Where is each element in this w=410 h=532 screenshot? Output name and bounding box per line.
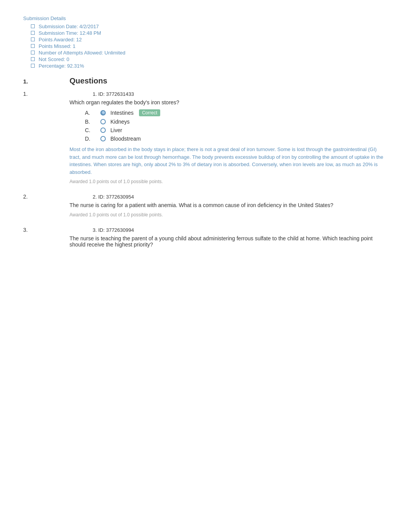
question-number: 2. — [23, 194, 46, 200]
correct-badge: Correct — [139, 109, 160, 116]
question-number: 1. — [23, 91, 46, 97]
answer-options: A.IntestinesCorrectB.KidneysC.LiverD.Blo… — [85, 109, 387, 142]
question-id: 1. ID: 3772631433 — [93, 91, 134, 97]
submission-detail-item: Submission Time: 12:48 PM — [31, 30, 387, 36]
question-header: 1.1. ID: 3772631433 — [23, 91, 387, 97]
answer-radio[interactable] — [100, 127, 106, 133]
submission-details-list: Submission Date: 4/2/2017Submission Time… — [31, 24, 387, 69]
question-header: 2.2. ID: 3772630954 — [23, 194, 387, 200]
awarded-text: Awarded 1.0 points out of 1.0 possible p… — [69, 212, 387, 218]
answer-text: Bloodstream — [110, 136, 141, 142]
answer-row: A.IntestinesCorrect — [85, 109, 387, 116]
section-header: 1. Questions — [23, 76, 387, 85]
submission-detail-item: Points Missed: 1 — [31, 43, 387, 49]
question-header: 3.3. ID: 3772630994 — [23, 227, 387, 233]
bullet-icon — [31, 37, 35, 41]
bullet-icon — [31, 64, 35, 68]
bullet-icon — [31, 44, 35, 48]
submission-detail-item: Percentage: 92.31% — [31, 63, 387, 69]
answer-row: D.Bloodstream — [85, 136, 387, 142]
section-number: 1. — [23, 78, 46, 85]
submission-detail-item: Submission Date: 4/2/2017 — [31, 24, 387, 29]
answer-text: Kidneys — [110, 119, 130, 125]
answer-label: B. — [85, 119, 100, 125]
answer-text: Liver — [110, 127, 122, 133]
submission-detail-item: Not Scored: 0 — [31, 56, 387, 62]
submission-detail-item: Number of Attempts Allowed: Unlimited — [31, 50, 387, 56]
submission-details-title: Submission Details — [23, 15, 387, 21]
bullet-icon — [31, 57, 35, 61]
question-id: 2. ID: 3772630954 — [93, 194, 134, 200]
answer-radio[interactable] — [100, 136, 106, 141]
awarded-text: Awarded 1.0 points out of 1.0 possible p… — [69, 179, 387, 184]
answer-row: B.Kidneys — [85, 119, 387, 125]
explanation-text: Most of the iron absorbed in the body st… — [69, 146, 387, 176]
question-id: 3. ID: 3772630994 — [93, 227, 134, 233]
answer-label: D. — [85, 136, 100, 142]
answer-label: C. — [85, 127, 100, 133]
questions-container: 1.1. ID: 3772631433Which organ regulates… — [23, 91, 387, 248]
answer-radio[interactable] — [100, 119, 106, 124]
bullet-icon — [31, 24, 35, 28]
bullet-icon — [31, 31, 35, 35]
section-title: Questions — [69, 76, 107, 85]
question-block: 2.2. ID: 3772630954The nurse is caring f… — [23, 194, 387, 218]
answer-row: C.Liver — [85, 127, 387, 133]
submission-detail-item: Points Awarded: 12 — [31, 37, 387, 42]
question-block: 1.1. ID: 3772631433Which organ regulates… — [23, 91, 387, 184]
question-block: 3.3. ID: 3772630994The nurse is teaching… — [23, 227, 387, 248]
answer-radio[interactable] — [100, 110, 106, 116]
question-text: Which organ regulates the body's iron st… — [69, 99, 387, 105]
question-text: The nurse is caring for a patient with a… — [69, 202, 387, 208]
answer-text: Intestines — [110, 110, 134, 116]
question-text: The nurse is teaching the parent of a yo… — [69, 235, 387, 248]
answer-label: A. — [85, 110, 100, 116]
bullet-icon — [31, 51, 35, 54]
question-number: 3. — [23, 227, 46, 233]
submission-details-section: Submission Details Submission Date: 4/2/… — [23, 15, 387, 69]
